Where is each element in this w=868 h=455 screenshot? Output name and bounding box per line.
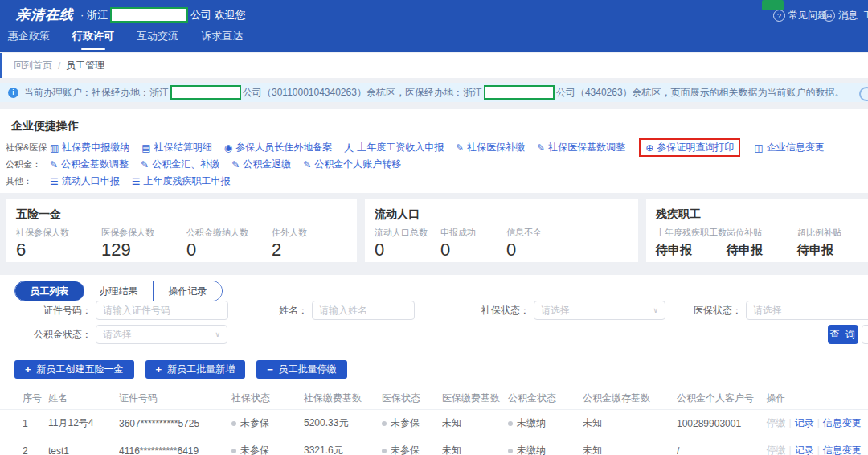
- metric-社保参保人数: 社保参保人数6: [16, 227, 101, 260]
- metric-value: 6: [16, 240, 101, 260]
- faq-link[interactable]: ? 常见问题: [773, 9, 827, 23]
- yibao-status-select[interactable]: 请选择: [746, 301, 868, 320]
- edit-icon: ✎: [303, 160, 311, 170]
- nav-item-互动交流[interactable]: 互动交流: [137, 29, 178, 51]
- cell-yibao_base: 未知: [442, 437, 508, 455]
- notice-corner-icon[interactable]: [859, 87, 868, 101]
- row-action-记录[interactable]: 记录: [795, 417, 814, 428]
- action-button-label: 新员工批量新增: [167, 363, 235, 376]
- quick-ops-items: ☰流动人口申报☰上年度残疾职工申报: [50, 174, 231, 188]
- quick-op-label: 公积金退缴: [243, 158, 291, 171]
- action-button-员工批量停缴[interactable]: −员工批量停缴: [256, 360, 347, 379]
- search-button[interactable]: 查 询: [828, 325, 858, 344]
- stats-metrics: 社保参保人数6医保参保人数129公积金缴纳人数0住外人数2: [6, 222, 357, 260]
- action-button-新员工创建五险一金[interactable]: +新员工创建五险一金: [14, 360, 134, 379]
- action-button-新员工批量新增[interactable]: +新员工批量新增: [145, 360, 246, 379]
- table-row: 2test14116**********6419未参保3321.6元未参保未知未…: [0, 437, 868, 455]
- cell-gjj_status: 未缴纳: [508, 437, 583, 455]
- nav-item-惠企政策[interactable]: 惠企政策: [8, 29, 50, 51]
- metric-申报成功: 申报成功0: [440, 227, 506, 260]
- redacted-company-name: [170, 85, 241, 100]
- status-text: 未缴纳: [517, 417, 546, 428]
- quick-op-社保医保补缴[interactable]: ✎社保医保补缴: [456, 141, 525, 154]
- status-dot-icon: [508, 449, 513, 453]
- tab-员工列表[interactable]: 员工列表: [15, 281, 84, 301]
- stats-metrics: 流动人口总数0申报成功0信息不全0: [365, 222, 638, 260]
- gjj-status-select[interactable]: 请选择 ∨: [96, 325, 227, 344]
- quick-ops-row: 公积金：✎公积金基数调整✎公积金汇、补缴✎公积金退缴✎公积金个人账户转移: [6, 156, 863, 173]
- filter-gjj-status: 公积金状态： 请选择 ∨: [29, 325, 227, 344]
- action-separator: |: [789, 445, 792, 455]
- metric-超比例补贴: 超比例补贴待申报: [797, 227, 868, 258]
- person-icon: 人: [344, 143, 354, 153]
- chevron-down-icon: ∨: [215, 330, 220, 338]
- action-separator: |: [817, 445, 820, 455]
- quick-op-社保结算明细[interactable]: ▤社保结算明细: [141, 141, 211, 154]
- quick-op-公积金基数调整[interactable]: ✎公积金基数调整: [50, 158, 129, 171]
- quick-op-流动人口申报[interactable]: ☰流动人口申报: [50, 174, 120, 188]
- quick-op-上年度残疾职工申报[interactable]: ☰上年度残疾职工申报: [132, 174, 231, 188]
- quick-ops-rows: 社保&医保：▥社保费申报缴纳▤社保结算明细◉参保人员长住外地备案人上年度工资收入…: [6, 139, 863, 190]
- row-action-信息变更[interactable]: 信息变更: [823, 445, 862, 455]
- quick-op-上年度工资收入申报[interactable]: 人上年度工资收入申报: [344, 141, 444, 154]
- tab-办理结果[interactable]: 办理结果: [84, 281, 154, 301]
- row-action-停缴: 停缴: [767, 445, 786, 455]
- stats-card-title: 五险一金: [6, 199, 357, 222]
- row-action-信息变更[interactable]: 信息变更: [823, 417, 862, 428]
- quick-op-公积金退缴[interactable]: ✎公积金退缴: [231, 158, 291, 171]
- edit-icon: ✎: [141, 160, 149, 170]
- card-icon: ▥: [50, 143, 59, 153]
- cell-id_number: 4116**********6419: [119, 437, 231, 455]
- metric-value: 129: [101, 240, 186, 260]
- metric-value: 待申报: [656, 243, 727, 258]
- list-icon: ☰: [132, 177, 141, 187]
- quick-op-label: 参保证明查询打印: [657, 141, 734, 154]
- table-body: 111月12号43607**********5725未参保5200.33元未参保…: [0, 410, 868, 455]
- quick-op-公积金个人账户转移[interactable]: ✎公积金个人账户转移: [303, 158, 401, 171]
- quick-op-社保费申报缴纳[interactable]: ▥社保费申报缴纳: [50, 141, 129, 154]
- quick-op-label: 上年度残疾职工申报: [144, 174, 231, 188]
- name-input[interactable]: 请输入姓名: [312, 301, 415, 320]
- nav-item-诉求直达[interactable]: 诉求直达: [201, 29, 243, 51]
- metric-value: 待申报: [727, 243, 797, 258]
- redacted-company-name: [484, 85, 555, 100]
- column-header-医保状态: 医保状态: [382, 387, 442, 410]
- metric-岗位补贴: 岗位补贴待申报: [727, 227, 797, 258]
- quick-ops-row-label: 社保&医保：: [6, 141, 50, 154]
- reset-button-partial[interactable]: [862, 325, 868, 344]
- status-text: 未参保: [391, 417, 420, 428]
- quick-op-社保医保基数调整[interactable]: ✎社保医保基数调整: [537, 141, 625, 154]
- row-action-记录[interactable]: 记录: [795, 445, 814, 455]
- cell-seq: 2: [0, 437, 48, 455]
- stats-card-流动人口: 流动人口流动人口总数0申报成功0信息不全0: [365, 199, 638, 262]
- quick-op-label: 流动人口申报: [62, 174, 120, 188]
- breadcrumb-home-link[interactable]: 回到首页: [14, 59, 52, 72]
- metric-住外人数: 住外人数2: [272, 227, 357, 260]
- tab-操作记录[interactable]: 操作记录: [154, 281, 222, 301]
- page-title: 员工管理: [66, 59, 104, 72]
- quick-op-参保人员长住外地备案[interactable]: ◉参保人员长住外地备案: [224, 141, 332, 154]
- quick-op-参保证明查询打印[interactable]: ⊕参保证明查询打印: [639, 138, 740, 157]
- cell-name: test1: [48, 437, 119, 455]
- cell-shebao_base: 5200.33元: [304, 410, 382, 437]
- quick-op-label: 上年度工资收入申报: [357, 141, 444, 154]
- metric-label: 上年度残疾职工数: [656, 227, 727, 239]
- cell-shebao_status: 未参保: [231, 410, 304, 437]
- nav-item-行政许可[interactable]: 行政许可: [72, 29, 114, 51]
- quick-op-label: 参保人员长住外地备案: [235, 141, 332, 154]
- quick-op-公积金汇、补缴[interactable]: ✎公积金汇、补缴: [141, 158, 219, 171]
- id-number-input[interactable]: 请输入证件号码: [96, 301, 228, 320]
- table-row: 111月12号43607**********5725未参保5200.33元未参保…: [0, 410, 868, 437]
- metric-value: 0: [375, 240, 440, 260]
- quick-op-企业信息变更[interactable]: ◫企业信息变更: [754, 141, 824, 154]
- quick-op-label: 社保医保补缴: [467, 141, 525, 154]
- action-separator: |: [789, 417, 792, 428]
- edit-icon: ✎: [50, 160, 58, 170]
- stats-metrics: 上年度残疾职工数待申报岗位补贴待申报超比例补贴待申报: [646, 222, 868, 258]
- cell-gjj_status: 未缴纳: [508, 410, 583, 437]
- bulk-actions-row: +新员工创建五险一金+新员工批量新增−员工批量停缴: [14, 360, 347, 379]
- nav-overflow-item[interactable]: 工: [863, 9, 868, 23]
- messages-link[interactable]: ⊖ 消息: [823, 9, 858, 23]
- metric-公积金缴纳人数: 公积金缴纳人数0: [186, 227, 272, 260]
- shebao-status-select[interactable]: 请选择 ∨: [534, 301, 665, 320]
